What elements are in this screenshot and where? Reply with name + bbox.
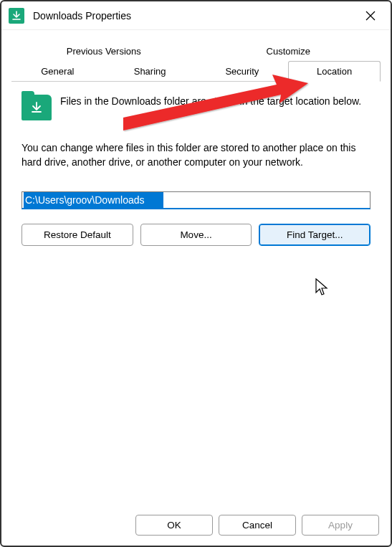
- find-target-button[interactable]: Find Target...: [259, 224, 371, 246]
- tab-security[interactable]: Security: [196, 61, 289, 82]
- close-button[interactable]: [358, 3, 383, 29]
- close-icon: [365, 11, 376, 21]
- tab-general[interactable]: General: [11, 61, 104, 82]
- tab-row-top: Previous Versions Customize: [11, 40, 381, 60]
- explain-text: You can change where files in this folde…: [21, 141, 371, 170]
- tab-previous-versions[interactable]: Previous Versions: [11, 41, 196, 61]
- location-buttons: Restore Default Move... Find Target...: [21, 224, 371, 246]
- info-text: Files in the Downloads folder are stored…: [60, 95, 371, 109]
- path-input[interactable]: [21, 191, 371, 209]
- cursor-icon: [315, 278, 330, 297]
- dialog-footer-buttons: OK Cancel Apply: [135, 515, 379, 536]
- tab-body-location: Files in the Downloads folder are stored…: [11, 82, 381, 260]
- tab-location[interactable]: Location: [288, 61, 381, 82]
- ok-button[interactable]: OK: [135, 515, 213, 536]
- info-row: Files in the Downloads folder are stored…: [21, 95, 371, 120]
- move-button[interactable]: Move...: [140, 224, 252, 246]
- tab-row-bottom: General Sharing Security Location: [11, 60, 381, 81]
- downloads-large-icon: [21, 95, 52, 120]
- tab-sharing[interactable]: Sharing: [104, 61, 196, 82]
- cancel-button[interactable]: Cancel: [219, 515, 296, 536]
- title-bar: Downloads Properties: [1, 1, 391, 30]
- downloads-folder-icon: [9, 8, 24, 24]
- tab-customize[interactable]: Customize: [196, 41, 381, 61]
- apply-button[interactable]: Apply: [302, 515, 379, 536]
- tabs-container: Previous Versions Customize General Shar…: [11, 40, 381, 82]
- restore-default-button[interactable]: Restore Default: [21, 224, 133, 246]
- content-area: Previous Versions Customize General Shar…: [1, 30, 391, 260]
- window-title: Downloads Properties: [33, 10, 358, 22]
